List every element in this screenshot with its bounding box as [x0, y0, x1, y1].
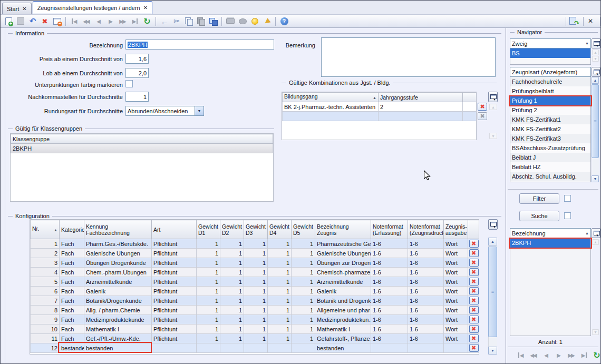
unterpunktungen-checkbox[interactable] [125, 80, 133, 87]
grid-settings-button[interactable] [488, 219, 498, 230]
grid-settings-button[interactable] [592, 228, 600, 238]
last-record-icon[interactable] [578, 350, 590, 360]
col-gewicht-d4[interactable]: Gewicht D4 [268, 220, 292, 239]
edit-form-icon[interactable] [51, 16, 63, 26]
delete-row-button[interactable]: ✖ [469, 335, 479, 342]
col-art[interactable]: Art [152, 220, 197, 239]
table-row[interactable]: 7 Fach Botanik/Drogenkunde Pflichtunt 1 … [31, 296, 480, 306]
nachkomma-input[interactable]: 1 [125, 92, 149, 102]
col-notenformat-zeugnisdruck[interactable]: Notenformat (Zeugnisdruck) [408, 220, 444, 239]
suche-checkbox[interactable] [564, 212, 571, 219]
table-row[interactable]: 10 Fach Mathematik I Pflichtunt 1 1 1 1 … [31, 324, 480, 334]
chevron-down-icon[interactable]: ▼ [195, 106, 203, 115]
col-gewicht-d3[interactable]: Gewicht D3 [244, 220, 268, 239]
grid-settings-button[interactable] [488, 92, 498, 102]
prev-record-icon[interactable] [93, 16, 104, 26]
fast-prev-icon[interactable] [81, 16, 92, 26]
preis-input[interactable]: 1,6 [125, 54, 149, 64]
save-icon[interactable] [15, 16, 26, 26]
col-notenformat-erfassung[interactable]: Notenformat (Erfassung) [371, 220, 408, 239]
table-row[interactable]: 4 Fach Chem.-pharm.Übungen Pflichtunt 1 … [31, 268, 480, 277]
next-record-icon[interactable] [105, 16, 117, 26]
tab-close-icon[interactable]: ✕ [143, 5, 148, 11]
scrollbar-thumb[interactable]: ≡ [592, 84, 599, 158]
table-row[interactable]: 9 Fach Medizinproduktekunde Pflichtunt 1… [31, 315, 480, 324]
next-record-icon[interactable] [553, 350, 565, 360]
list-item[interactable]: Abschlz. Schul. Ausbildg. [510, 172, 590, 181]
last-record-icon[interactable] [129, 16, 141, 26]
col-gewicht-d1[interactable]: Gewicht D1 [197, 220, 220, 239]
list-item[interactable]: KMK FS-Zertifikat2 [510, 124, 590, 134]
col-klassengruppe[interactable]: Klassengruppe [11, 134, 273, 144]
delete-row-button[interactable]: ✖ [469, 325, 479, 333]
new-record-icon[interactable] [3, 16, 14, 26]
scroll-up-icon[interactable]: ▲ [592, 77, 599, 84]
klassengruppe-row[interactable]: 2BKPH [11, 144, 273, 153]
paste-icon[interactable] [195, 16, 207, 26]
col-bezeichnung-zeugnis[interactable]: Bezeichnung Zeugnis [315, 220, 371, 239]
col-jahrgangsstufe[interactable]: Jahrgangsstufe [379, 93, 463, 102]
filter-button[interactable]: Filter [519, 193, 559, 204]
undo-icon[interactable] [27, 16, 38, 26]
delete-row-button[interactable]: ✖ [469, 344, 479, 352]
first-record-icon[interactable] [515, 350, 527, 360]
table-row[interactable]: 8 Fach Allg. / pharm.Chemie Pflichtunt 1… [31, 306, 480, 315]
delete-row-button[interactable]: ✖ [469, 278, 479, 286]
cut-icon[interactable] [171, 16, 182, 26]
delete-row-button[interactable]: ✖ [469, 297, 479, 304]
hint-lightbulb-icon[interactable] [249, 16, 260, 26]
table-row[interactable]: 5 Fach Arzneimittelkunde Pflichtunt 1 1 … [31, 277, 480, 287]
list-item[interactable]: Prüfung 2 [510, 105, 590, 115]
notification-bell-icon[interactable] [261, 16, 273, 26]
kombination-row-empty[interactable] [283, 112, 477, 121]
grid-settings-button[interactable] [592, 38, 600, 48]
list-item[interactable]: BSAbschluss-Zusatzprüfung [510, 143, 590, 153]
refresh-icon[interactable] [141, 16, 153, 26]
fast-next-icon[interactable] [566, 350, 577, 360]
list-item[interactable]: Prüfungsbeiblatt [510, 86, 590, 96]
lob-input[interactable]: 2,0 [125, 68, 149, 78]
print-icon[interactable] [225, 16, 236, 26]
table-row[interactable]: 6 Fach Galenik Pflichtunt 1 1 1 1 1 Gale… [31, 287, 480, 296]
col-kategorie[interactable]: Kategorie [60, 220, 84, 239]
bemerkung-textarea[interactable] [321, 37, 496, 77]
delete-row-button[interactable]: ✖ [469, 306, 479, 314]
delete-row-button[interactable]: ✖ [469, 287, 479, 295]
kombination-row[interactable]: BK 2-j.Pharmaz.-techn. Assistenten 2 [283, 102, 477, 112]
fast-next-icon[interactable] [117, 16, 129, 26]
list-item[interactable]: Beiblatt J [510, 153, 590, 162]
filter-checkbox[interactable] [564, 195, 571, 202]
list-item[interactable]: KMK FS-Zertifikat3 [510, 134, 590, 143]
tab-start[interactable]: Start ✕ [2, 3, 32, 14]
scroll-up-icon[interactable]: ▲ [488, 238, 497, 245]
col-gewicht-d5[interactable]: Gewicht D5 [292, 220, 315, 239]
scroll-down-icon[interactable]: ▼ [592, 175, 599, 182]
delete-row-button[interactable]: ✖ [469, 316, 479, 323]
grid-settings-button[interactable] [592, 67, 600, 77]
table-row[interactable]: 12 bestanden bestanden bestanden ✖ [31, 343, 480, 353]
prev-record-icon[interactable] [540, 350, 552, 360]
tab-zeugniseinstellungen[interactable]: Zeugniseinstellungen festlegen / ändern … [33, 1, 152, 14]
delete-row-button[interactable]: ✖ [469, 240, 479, 248]
scroll-down-icon[interactable]: ▼ [488, 347, 497, 355]
bezeichnung-list-header[interactable]: Bezeichnung ▲ [510, 228, 591, 238]
zweig-dropdown[interactable]: Zweig ▼ [510, 38, 591, 48]
back-arrow-icon[interactable] [159, 16, 170, 26]
delete-row-button[interactable]: ✖ [469, 259, 479, 267]
list-item[interactable]: BS [510, 48, 590, 58]
rundungsart-select[interactable]: Abrunden/Abschneiden ▼ [125, 106, 204, 116]
switch-view-icon[interactable] [568, 16, 579, 26]
col-kennung[interactable]: Kennung Fachbezeichnung [84, 220, 152, 239]
list-item[interactable]: Beiblatt HZ [510, 162, 590, 172]
list-item[interactable]: KMK FS-Zertifikat1 [510, 115, 590, 124]
record-disc-icon[interactable] [237, 16, 248, 26]
first-record-icon[interactable] [69, 16, 80, 26]
col-bildungsgang[interactable]: Bildungsgang▲ [283, 93, 379, 102]
delete-row-button[interactable]: ✖ [469, 249, 479, 257]
copy-icon[interactable] [183, 16, 195, 26]
col-nr[interactable]: Nr.▲ [31, 220, 60, 239]
table-row[interactable]: 11 Fach Gef.-/Pfl.-/Umw.-Kde. Pflichtunt… [31, 334, 480, 343]
zeugnisart-header[interactable]: Zeugnisart (Anzeigeform) [510, 67, 591, 77]
col-zeugnisausgabe[interactable]: Zeugnis- ausgabe [444, 220, 468, 239]
table-row[interactable]: 3 Fach Übungen Drogenkunde Pflichtunt 1 … [31, 258, 480, 268]
